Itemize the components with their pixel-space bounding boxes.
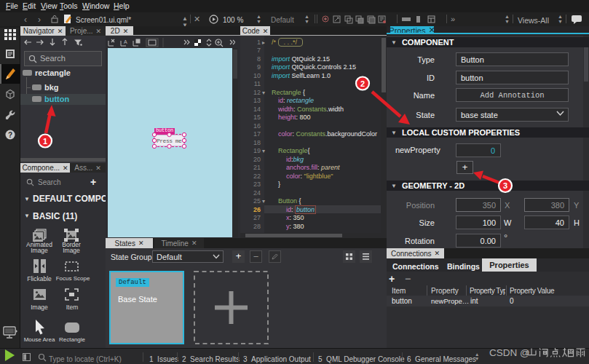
svg-text:1: 1 — [43, 137, 47, 146]
svg-text:2: 2 — [360, 79, 365, 88]
svg-text:3: 3 — [503, 181, 507, 190]
